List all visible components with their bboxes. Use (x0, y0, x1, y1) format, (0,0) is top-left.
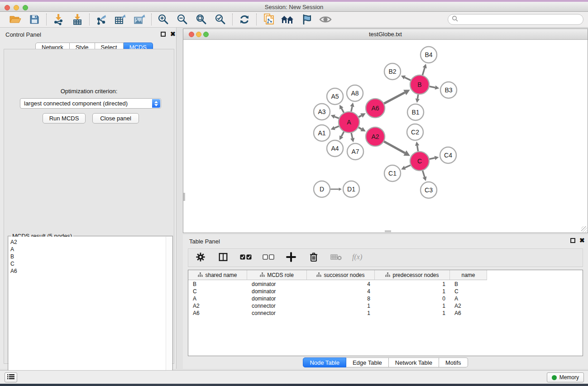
table-cell[interactable]: B (188, 281, 247, 288)
table-row[interactable]: Bdominator41B (188, 281, 583, 288)
export-network-button[interactable] (94, 13, 109, 26)
memory-button[interactable]: Memory (547, 372, 584, 382)
column-header-shared-name[interactable]: shared name (188, 270, 247, 280)
run-mcds-button[interactable]: Run MCDS (43, 113, 86, 124)
network-canvas[interactable]: AA1A2A3A4A5A6A7A8BB1B2B3B4CC1C2C3C4DD1 (184, 40, 587, 233)
table-cell[interactable]: 4 (307, 288, 375, 295)
export-table-button[interactable] (113, 13, 128, 26)
table-float-panel-icon[interactable] (570, 238, 575, 243)
table-cell[interactable]: A2 (450, 302, 487, 310)
import-table-button[interactable] (70, 13, 85, 26)
graph-edge-A-A4[interactable] (339, 132, 344, 140)
import-network-button[interactable] (51, 13, 66, 26)
table-cell[interactable]: 8 (307, 295, 375, 302)
column-header-name[interactable]: name (450, 270, 487, 280)
mcds-result-item[interactable]: A2 (10, 238, 166, 246)
select-all-button[interactable] (240, 252, 252, 264)
table-cell[interactable]: A6 (450, 310, 487, 317)
label-button[interactable] (299, 13, 314, 26)
network-vscroll-thumb[interactable] (183, 193, 185, 201)
graph-node-D1[interactable]: D1 (343, 181, 359, 197)
column-header-MCDS-role[interactable]: MCDS role (247, 270, 307, 280)
table-cell[interactable]: A (450, 295, 487, 302)
zoom-in-button[interactable] (156, 13, 171, 26)
tab-edge-table[interactable]: Edge Table (346, 357, 389, 367)
graph-node-C1[interactable]: C1 (384, 165, 401, 181)
network-hscroll-thumb[interactable] (385, 230, 391, 232)
graph-node-C[interactable]: C (410, 152, 429, 171)
window-resize-grip[interactable] (581, 226, 587, 232)
graph-node-A[interactable]: A (339, 112, 359, 133)
mcds-result-item[interactable]: C (10, 260, 166, 267)
deselect-all-button[interactable] (263, 252, 274, 264)
table-cell[interactable]: 1 (375, 288, 450, 295)
table-cell[interactable]: dominator (247, 288, 307, 295)
graph-edge-B-B1[interactable] (416, 95, 420, 103)
graph-edge-A2-C[interactable] (384, 142, 410, 156)
graph-node-D[interactable]: D (314, 181, 330, 197)
graph-node-B[interactable]: B (410, 75, 429, 94)
table-cell[interactable]: dominator (247, 295, 307, 302)
graph-node-C3[interactable]: C3 (421, 182, 437, 198)
trash-button[interactable] (308, 252, 320, 264)
graph-node-A4[interactable]: A4 (327, 140, 343, 157)
network-window-titlebar[interactable]: testGlobe.txt (183, 29, 588, 40)
graph-node-A8[interactable]: A8 (347, 85, 363, 101)
function-button[interactable]: f(x) (353, 252, 365, 264)
table-cell[interactable]: connector (247, 310, 307, 317)
graph-edge-A-A7[interactable] (350, 133, 354, 142)
graph-edge-A-A6[interactable] (359, 113, 366, 118)
graph-edge-A-A3[interactable] (331, 114, 339, 119)
graph-edge-B-B3[interactable] (430, 86, 440, 90)
graph-node-B2[interactable]: B2 (384, 63, 401, 80)
tab-motifs[interactable]: Motifs (439, 357, 468, 367)
gear-button[interactable] (195, 252, 206, 264)
mcds-result-item[interactable]: A6 (10, 267, 166, 275)
table-row[interactable]: Adominator80A (188, 295, 583, 302)
table-cell[interactable]: B (450, 281, 487, 288)
graph-node-C4[interactable]: C4 (440, 147, 456, 163)
table-row[interactable]: Cdominator41C (188, 288, 583, 295)
table-row[interactable]: A6connector11A6 (188, 310, 583, 317)
save-session-button[interactable] (27, 13, 42, 26)
tab-network-table[interactable]: Network Table (389, 357, 439, 367)
add-button[interactable] (285, 252, 297, 264)
graph-edge-B-B4[interactable] (422, 64, 426, 75)
columns-button[interactable] (217, 252, 229, 264)
mcds-result-item[interactable]: B (10, 253, 166, 260)
tab-node-table[interactable]: Node Table (303, 357, 346, 367)
table-close-panel-icon[interactable]: ✖ (579, 237, 585, 244)
table-cell[interactable]: C (450, 288, 487, 295)
graph-edge-A-A8[interactable] (350, 103, 354, 112)
mcds-result-scrollbar[interactable] (166, 237, 172, 386)
search-box[interactable] (448, 14, 583, 25)
graph-edge-C-C4[interactable] (430, 156, 439, 160)
column-header-successor-nodes[interactable]: successor nodes (307, 270, 375, 280)
zoom-selected-button[interactable] (213, 13, 228, 26)
zoom-out-button[interactable] (175, 13, 190, 26)
mcds-result-list[interactable]: A2ABCA6 (9, 237, 166, 386)
copy-network-button[interactable] (261, 13, 276, 26)
table-cell[interactable]: A6 (188, 310, 247, 317)
table-cell[interactable]: 1 (375, 310, 450, 317)
zoom-fit-button[interactable] (194, 13, 209, 26)
graph-node-A1[interactable]: A1 (314, 125, 330, 141)
delete-table-button[interactable] (330, 252, 342, 264)
graph-edge-C-C1[interactable] (401, 165, 411, 170)
graph-edge-A-A1[interactable] (330, 126, 339, 130)
float-panel-icon[interactable] (161, 32, 166, 37)
graph-edge-A6-B[interactable] (384, 90, 410, 103)
graph-node-B1[interactable]: B1 (407, 104, 424, 120)
titlebar[interactable]: Session: New Session (0, 2, 588, 12)
table-cell[interactable]: 1 (307, 302, 375, 310)
graph-edge-C-C3[interactable] (423, 171, 427, 181)
table-cell[interactable]: 0 (375, 295, 450, 302)
table-cell[interactable]: dominator (247, 281, 307, 288)
graph-edge-A-A2[interactable] (359, 127, 366, 132)
open-file-button[interactable] (8, 13, 23, 26)
table-cell[interactable]: C (188, 288, 247, 295)
refresh-button[interactable] (237, 13, 252, 26)
network-graph[interactable]: AA1A2A3A4A5A6A7A8BB1B2B3B4CC1C2C3C4DD1 (184, 40, 587, 233)
table-cell[interactable]: A (188, 295, 247, 302)
table-row[interactable]: A2connector11A2 (188, 302, 583, 310)
